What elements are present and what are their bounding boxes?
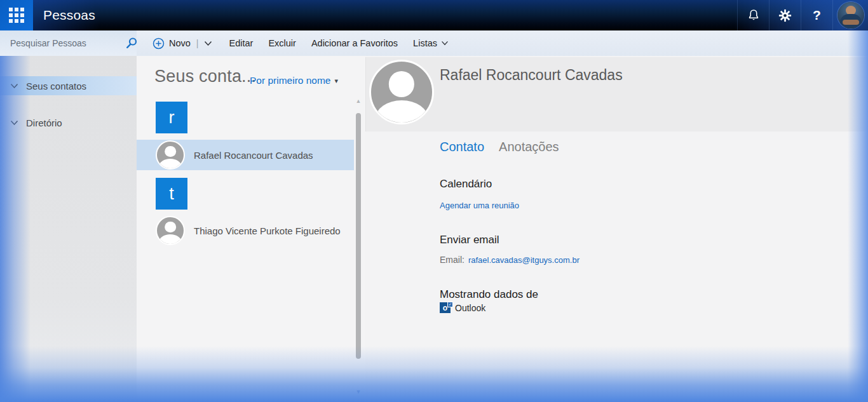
scrollbar-down-arrow[interactable]: ▼: [355, 389, 362, 395]
help-button[interactable]: ?: [801, 0, 832, 30]
email-row: Email:rafael.cavadas@itguys.com.br: [440, 255, 580, 265]
magnifier-icon: [125, 37, 138, 50]
data-source-row: o ✓ Outlook: [440, 302, 485, 313]
lists-dropdown-button[interactable]: Listas: [413, 38, 449, 48]
sort-order-label: Por primeiro nome: [250, 75, 331, 86]
search-input[interactable]: [0, 38, 125, 48]
tab-contato[interactable]: Contato: [440, 140, 484, 154]
person-silhouette-icon: [369, 60, 434, 124]
contact-name: Rafael Rocancourt Cavadas: [194, 150, 313, 161]
email-address-link[interactable]: rafael.cavadas@itguys.com.br: [468, 255, 580, 265]
add-to-favorites-button[interactable]: Adicionar a Favoritos: [311, 38, 398, 48]
section-heading-calendario: Calendário: [440, 178, 492, 191]
schedule-meeting-link[interactable]: Agendar uma reunião: [440, 201, 519, 210]
contact-name: Thiago Vicente Purkote Figueiredo: [194, 225, 341, 236]
search-strip: [0, 30, 137, 56]
page-title: Pessoas: [43, 0, 95, 30]
gear-icon: [778, 8, 792, 23]
scrollbar-up-arrow[interactable]: ▲: [355, 98, 362, 104]
sort-order-dropdown[interactable]: Por primeiro nome ▾: [250, 75, 338, 86]
chevron-down-icon: [10, 83, 18, 89]
owa-people-app: Pessoas: [0, 0, 868, 402]
new-dropdown-button[interactable]: [204, 41, 212, 46]
new-contact-button[interactable]: Novo: [153, 37, 191, 50]
contact-detail-name: Rafael Rocancourt Cavadas: [440, 67, 623, 84]
new-button-label: Novo: [169, 38, 191, 48]
search-button[interactable]: [125, 30, 138, 56]
contact-list-item-rafael[interactable]: Rafael Rocancourt Cavadas: [137, 140, 354, 170]
app-launcher-button[interactable]: [0, 0, 33, 30]
section-heading-mostrando-dados: Mostrando dados de: [440, 288, 538, 301]
lists-label: Listas: [413, 38, 437, 48]
section-heading-enviar-email: Enviar email: [440, 234, 499, 246]
command-toolbar: Novo | Editar Excluir Adicionar a Favori…: [137, 30, 868, 56]
sidebar-item-label: Diretório: [26, 117, 62, 128]
person-silhouette-icon: [156, 140, 185, 170]
edit-button[interactable]: Editar: [229, 38, 254, 48]
caret-down-icon: ▾: [335, 77, 339, 85]
notifications-button[interactable]: [737, 0, 769, 30]
chevron-down-icon: [10, 120, 18, 126]
email-label: Email:: [440, 255, 465, 265]
scrollbar-thumb[interactable]: [356, 113, 361, 359]
settings-button[interactable]: [769, 0, 801, 30]
contact-detail-pane: Rafael Rocancourt Cavadas Contato Anotaç…: [365, 56, 868, 402]
top-navigation-bar: Pessoas: [0, 0, 868, 30]
contact-list-heading: Seus conta...: [154, 67, 256, 86]
toolbar-separator: |: [196, 38, 199, 48]
person-silhouette-icon: [156, 216, 185, 245]
outlook-logo-icon: o ✓: [440, 302, 451, 313]
group-letter-tile[interactable]: t: [156, 178, 187, 210]
folders-sidebar: Seus contatos Diretório: [0, 56, 137, 402]
detail-tabs: Contato Anotações: [440, 140, 559, 154]
chevron-down-icon: [204, 41, 212, 46]
contact-list-panel: Seus conta... Por primeiro nome ▾ r Rafa…: [137, 56, 365, 402]
delete-button[interactable]: Excluir: [268, 38, 296, 48]
waffle-grid-icon: [9, 8, 24, 23]
circled-plus-icon: [153, 37, 165, 50]
sidebar-item-diretorio[interactable]: Diretório: [0, 113, 137, 132]
chevron-down-icon: [441, 41, 449, 46]
user-account-button[interactable]: [832, 0, 868, 30]
tab-anotacoes[interactable]: Anotações: [499, 140, 559, 154]
contact-list-item-thiago[interactable]: Thiago Vicente Purkote Figueiredo: [137, 215, 354, 246]
question-mark-icon: ?: [813, 8, 821, 23]
group-letter-tile[interactable]: r: [156, 102, 187, 133]
sidebar-item-seus-contatos[interactable]: Seus contatos: [0, 76, 137, 95]
bell-icon: [747, 8, 761, 22]
user-avatar-photo: [837, 2, 864, 29]
data-source-label: Outlook: [455, 303, 485, 313]
sidebar-item-label: Seus contatos: [26, 81, 86, 91]
